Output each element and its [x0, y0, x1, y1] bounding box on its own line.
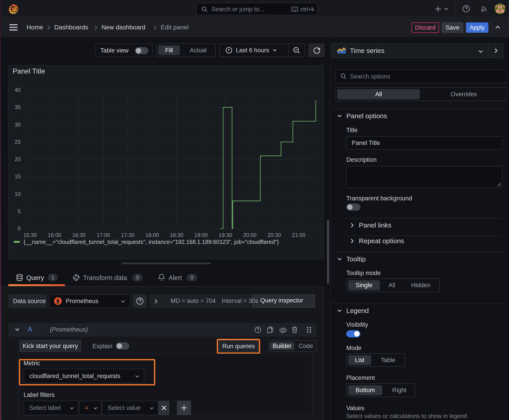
svg-text:15:30: 15:30: [23, 232, 37, 238]
svg-text:19:00: 19:00: [194, 232, 208, 238]
svg-text:{__name__="cloudflared_tunnel_: {__name__="cloudflared_tunnel_total_requ…: [23, 239, 279, 245]
svg-text:20:00: 20:00: [243, 232, 257, 238]
svg-text:16:00: 16:00: [48, 232, 61, 238]
svg-text:19:30: 19:30: [219, 232, 232, 238]
svg-text:35: 35: [15, 104, 21, 110]
svg-text:30: 30: [15, 122, 21, 128]
svg-text:5: 5: [18, 208, 21, 214]
svg-text:15: 15: [15, 173, 21, 180]
svg-text:25: 25: [15, 139, 21, 145]
svg-text:40: 40: [15, 87, 21, 93]
svg-text:18:00: 18:00: [145, 232, 159, 238]
svg-text:20:30: 20:30: [267, 232, 281, 238]
svg-text:10: 10: [15, 191, 21, 197]
svg-text:17:00: 17:00: [97, 232, 110, 238]
svg-text:18:30: 18:30: [170, 232, 183, 238]
svg-text:0: 0: [18, 225, 21, 232]
svg-text:21:00: 21:00: [292, 232, 305, 238]
svg-text:20: 20: [15, 156, 21, 162]
svg-text:17:30: 17:30: [121, 232, 134, 238]
svg-text:16:30: 16:30: [72, 232, 86, 238]
